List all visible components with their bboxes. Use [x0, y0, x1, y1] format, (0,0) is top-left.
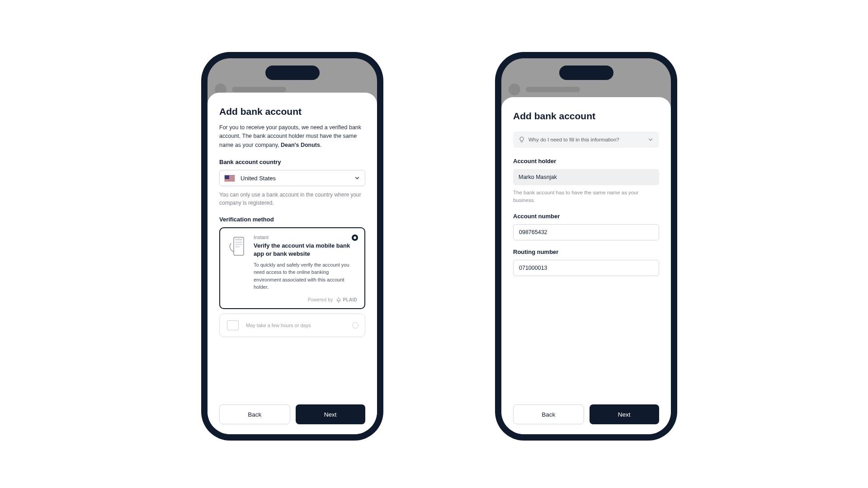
phone-frame-left: Add bank account For you to receive your… — [201, 52, 383, 441]
instant-badge: Instant — [254, 235, 357, 240]
avatar-placeholder — [509, 84, 520, 95]
background-header — [501, 84, 671, 94]
lightbulb-icon — [519, 136, 525, 143]
verification-option-instant[interactable]: Instant Verify the account via mobile ba… — [219, 227, 365, 309]
plaid-logo: PLAID — [336, 297, 358, 303]
info-question-text: Why do I need to fill in this informatio… — [528, 137, 644, 142]
next-button[interactable]: Next — [590, 404, 660, 424]
phone-frame-right: Add bank account Why do I need to fill i… — [495, 52, 677, 441]
footer-actions: Back Next — [219, 399, 365, 424]
manual-badge: May take a few hours or days — [246, 323, 311, 328]
svg-rect-3 — [235, 244, 242, 245]
account-holder-hint: The bank account has to have the same na… — [513, 189, 659, 205]
phone-screen-right: Add bank account Why do I need to fill i… — [501, 58, 671, 434]
chevron-down-icon — [647, 136, 654, 143]
account-holder-field: Marko Masnjak — [513, 169, 659, 185]
info-disclosure[interactable]: Why do I need to fill in this informatio… — [513, 131, 659, 148]
document-icon — [227, 320, 239, 330]
account-holder-label: Account holder — [513, 158, 659, 164]
svg-rect-1 — [235, 239, 242, 240]
powered-by-label: Powered by — [308, 297, 333, 302]
us-flag-icon — [224, 175, 235, 182]
company-name: Dean's Donuts — [281, 142, 320, 148]
phone-screen-left: Add bank account For you to receive your… — [208, 58, 377, 434]
text-placeholder — [526, 87, 580, 92]
powered-by: Powered by PLAID — [227, 297, 357, 303]
intro-part2: . — [320, 142, 321, 148]
page-title: Add bank account — [513, 111, 659, 122]
intro-text: For you to receive your payouts, we need… — [219, 123, 365, 150]
account-number-label: Account number — [513, 213, 659, 220]
next-button[interactable]: Next — [296, 404, 366, 424]
svg-rect-2 — [235, 242, 242, 243]
footer-actions: Back Next — [513, 399, 659, 424]
text-placeholder — [232, 87, 286, 92]
page-title: Add bank account — [219, 106, 365, 117]
verification-method-label: Verification method — [219, 216, 365, 223]
back-button[interactable]: Back — [219, 404, 290, 424]
routing-number-input[interactable] — [513, 260, 659, 276]
notch — [559, 66, 613, 80]
country-label: Bank account country — [219, 159, 365, 165]
notch — [265, 66, 320, 80]
account-holder-value: Marko Masnjak — [519, 174, 557, 180]
country-value: United States — [241, 175, 276, 182]
mobile-bank-illustration — [227, 235, 246, 259]
country-hint: You can only use a bank account in the c… — [219, 191, 365, 207]
instant-description: To quickly and safely verify the account… — [254, 261, 357, 291]
verification-option-manual[interactable]: May take a few hours or days — [219, 314, 365, 337]
back-button[interactable]: Back — [513, 404, 584, 424]
country-select[interactable]: United States — [219, 170, 365, 186]
instant-title: Verify the account via mobile bank app o… — [254, 242, 357, 258]
routing-number-label: Routing number — [513, 249, 659, 255]
account-number-input[interactable] — [513, 224, 659, 240]
svg-rect-4 — [235, 246, 240, 248]
bottom-sheet: Add bank account Why do I need to fill i… — [501, 97, 671, 434]
plaid-name: PLAID — [343, 297, 358, 302]
bottom-sheet: Add bank account For you to receive your… — [208, 93, 377, 434]
chevron-down-icon — [354, 175, 360, 181]
radio-unselected-icon — [352, 322, 359, 328]
